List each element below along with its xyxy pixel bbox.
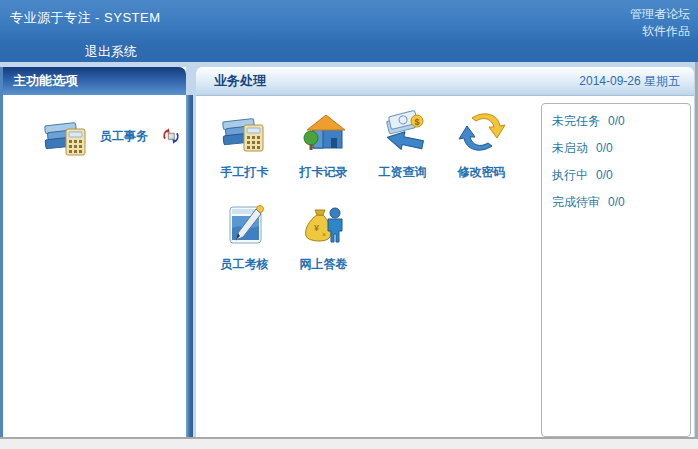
- status-item[interactable]: 执行中0/0: [552, 162, 690, 189]
- main-panel-header: 业务处理 2014-09-26 星期五: [196, 67, 694, 96]
- app-item-label: 修改密码: [458, 165, 506, 179]
- sidebar: 主功能选项 员工事务: [0, 67, 186, 437]
- app-item-label: 手工打卡: [221, 165, 269, 179]
- app-item-label: 打卡记录: [300, 165, 348, 179]
- splitter-handle[interactable]: [186, 95, 193, 437]
- status-item-label: 完成待审: [552, 195, 600, 209]
- sidebar-item-list: 员工事务: [3, 112, 186, 160]
- status-item-value: 0/0: [608, 195, 625, 209]
- status-item-list: 未完任务0/0未启动0/0执行中0/0完成待审0/0: [552, 108, 690, 216]
- svg-text:$: $: [414, 117, 419, 127]
- sidebar-item[interactable]: 员工事务: [43, 112, 186, 160]
- main-panel-title: 业务处理: [196, 72, 266, 90]
- app-item[interactable]: 员工考核: [205, 198, 284, 290]
- app-item-label: 网上答卷: [300, 257, 348, 271]
- status-item-value: 0/0: [608, 114, 625, 128]
- app-item[interactable]: 修改密码: [442, 106, 521, 198]
- app-item[interactable]: $工资查询: [363, 106, 442, 198]
- sync-icon: [160, 125, 182, 147]
- svg-text:¥: ¥: [314, 223, 319, 233]
- moneybag-person-icon: ¥×: [300, 200, 348, 248]
- date-label: 2014-09-26 星期五: [579, 73, 694, 90]
- top-banner: 专业源于专注 - SYSTEM 管理者论坛 软件作品 退出系统: [0, 0, 698, 62]
- bottom-bar: [0, 439, 698, 449]
- exit-system-button[interactable]: 退出系统: [85, 43, 137, 61]
- app-item[interactable]: 打卡记录: [284, 106, 363, 198]
- status-item-label: 未启动: [552, 141, 588, 155]
- status-item[interactable]: 未完任务0/0: [552, 108, 690, 135]
- status-item-label: 未完任务: [552, 114, 600, 128]
- software-works-link[interactable]: 软件作品: [630, 23, 690, 40]
- app-grid: 手工打卡打卡记录$工资查询修改密码员工考核¥×网上答卷: [205, 106, 521, 290]
- money-search-icon: $: [379, 108, 427, 156]
- sidebar-item-label: 员工事务: [100, 128, 148, 145]
- app-window: 专业源于专注 - SYSTEM 管理者论坛 软件作品 退出系统 主功能选项 员工…: [0, 0, 698, 449]
- main-panel: 业务处理 2014-09-26 星期五 手工打卡打卡记录$工资查询修改密码员工考…: [196, 67, 694, 437]
- app-item[interactable]: 手工打卡: [205, 106, 284, 198]
- document-pen-icon: [221, 200, 269, 248]
- manager-forum-link[interactable]: 管理者论坛: [630, 6, 690, 23]
- sidebar-header: 主功能选项: [3, 67, 186, 95]
- swap-arrows-icon: [458, 108, 506, 156]
- banner-links: 管理者论坛 软件作品: [630, 6, 690, 40]
- svg-text:×: ×: [322, 231, 326, 238]
- app-item[interactable]: ¥×网上答卷: [284, 198, 363, 290]
- workspace: 主功能选项 员工事务 业务处理 2014-09-26 星期五 手工打卡打卡记录$…: [0, 62, 698, 439]
- status-item-value: 0/0: [596, 168, 613, 182]
- status-item[interactable]: 未启动0/0: [552, 135, 690, 162]
- status-panel: 未完任务0/0未启动0/0执行中0/0完成待审0/0: [541, 103, 691, 437]
- status-item-value: 0/0: [596, 141, 613, 155]
- house-icon: [300, 108, 348, 156]
- app-item-label: 员工考核: [221, 257, 269, 271]
- books-calculator-icon: [43, 112, 91, 160]
- status-item-label: 执行中: [552, 168, 588, 182]
- app-item-label: 工资查询: [379, 165, 427, 179]
- books-calculator-icon: [221, 108, 269, 156]
- app-title: 专业源于专注 - SYSTEM: [10, 9, 161, 27]
- status-item[interactable]: 完成待审0/0: [552, 189, 690, 216]
